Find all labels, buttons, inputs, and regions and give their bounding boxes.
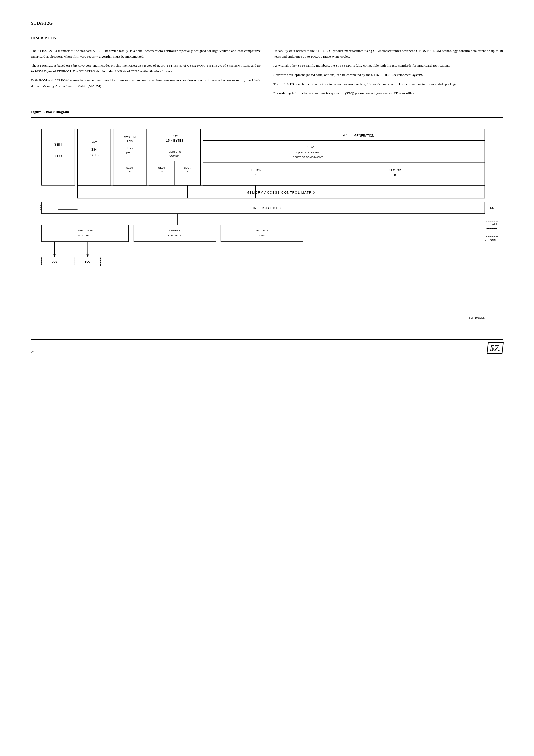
svg-text:MEMORY  ACCESS  CONTROL  MATRI: MEMORY ACCESS CONTROL MATRIX [246, 191, 316, 194]
svg-text:CC: CC [494, 223, 497, 225]
svg-text:ROM: ROM [172, 134, 178, 137]
svg-text:LOGIC: LOGIC [258, 234, 266, 236]
svg-text:SERIAL I/O's: SERIAL I/O's [78, 229, 93, 232]
svg-text:SECT.: SECT. [158, 166, 166, 169]
svg-marker-82 [53, 255, 56, 257]
svg-text:V: V [343, 134, 345, 137]
svg-text:INTERFACE: INTERFACE [78, 234, 93, 236]
svg-text:SECT.: SECT. [126, 166, 134, 169]
svg-text:384: 384 [91, 148, 97, 151]
svg-text:B: B [187, 170, 188, 173]
svg-text:B: B [394, 173, 396, 176]
desc-p1: The ST16ST2G, a member of the standard S… [31, 48, 260, 59]
desc-p7: The ST16ST2G can be delivered either in … [274, 81, 503, 87]
svg-text:A: A [254, 173, 257, 176]
svg-text:NUMBER: NUMBER [169, 229, 180, 232]
description-label: DESCRIPTION [31, 36, 503, 40]
desc-p3: Both ROM and EEPROM memories can be conf… [31, 78, 260, 89]
desc-p5: As with all other ST16 family members, t… [274, 63, 503, 68]
svg-rect-68 [41, 225, 129, 241]
svg-text:GENERATION: GENERATION [354, 134, 375, 137]
svg-text:INTERNAL BUS: INTERNAL BUS [253, 206, 281, 210]
svg-text:15 K BYTES: 15 K BYTES [166, 139, 183, 143]
svg-text:SECT.: SECT. [184, 166, 191, 169]
desc-p2: The ST16ST2G is based on 8 bit CPU core … [31, 63, 260, 74]
svg-text:Up to 16352 BYTES: Up to 16352 BYTES [297, 151, 320, 154]
page-title: ST16ST2G [31, 21, 503, 28]
block-diagram-svg: 8 BIT CPU RAM 384 BYTES SYSTEM ROM 1.5 K… [37, 124, 497, 324]
page-footer: 2/2 57. [31, 339, 503, 354]
svg-text:SECTORS: SECTORS [169, 150, 181, 153]
svg-text:GND: GND [490, 239, 496, 242]
svg-text:RST: RST [490, 206, 496, 209]
svg-text:S: S [129, 170, 131, 173]
svg-text:I/O2: I/O2 [85, 260, 91, 263]
desc-p8: For ordering information and request for… [274, 91, 503, 96]
svg-rect-74 [221, 225, 303, 241]
svg-marker-84 [86, 255, 89, 257]
svg-text:ROM: ROM [127, 140, 133, 143]
svg-text:EEPROM: EEPROM [302, 146, 314, 149]
svg-text:SECTOR: SECTOR [389, 169, 401, 172]
block-diagram-container: 8 BIT CPU RAM 384 BYTES SYSTEM ROM 1.5 K… [31, 117, 503, 329]
st-logo: 57. [487, 342, 503, 354]
figure-label: Figure 1. Block Diagram [31, 110, 503, 114]
svg-text:I/O1: I/O1 [52, 260, 57, 263]
svg-text:SECTORS COMBINATIVE: SECTORS COMBINATIVE [293, 155, 323, 158]
desc-p4: Reliability data related to the ST16ST2G… [274, 48, 503, 59]
description-col2: Reliability data related to the ST16ST2G… [274, 48, 503, 100]
svg-text:A: A [161, 170, 163, 173]
svg-text:8 BIT: 8 BIT [54, 143, 62, 146]
desc-p6: Software development (ROM code, options)… [274, 72, 503, 78]
svg-text:SECURITY: SECURITY [255, 229, 268, 232]
svg-text:BYTES: BYTES [90, 153, 99, 156]
svg-rect-71 [134, 225, 216, 241]
svg-text:SECTOR: SECTOR [250, 169, 261, 172]
svg-rect-52 [37, 205, 40, 211]
svg-text:CPU: CPU [55, 154, 62, 158]
svg-text:PP: PP [346, 133, 349, 135]
description-columns: The ST16ST2G, a member of the standard S… [31, 48, 503, 100]
figure-section: Figure 1. Block Diagram 8 BIT CPU RAM 38… [31, 110, 503, 329]
svg-text:1.5 K: 1.5 K [126, 147, 134, 150]
svg-text:COMBIN.: COMBIN. [169, 154, 180, 157]
svg-text:SYSTEM: SYSTEM [124, 135, 136, 138]
svg-text:SCP 102b/DS: SCP 102b/DS [469, 316, 485, 319]
svg-text:V: V [492, 223, 494, 227]
page-number: 2/2 [31, 350, 36, 354]
svg-text:RAM: RAM [91, 140, 97, 144]
svg-rect-3 [78, 129, 111, 185]
svg-text:GENERATOR: GENERATOR [167, 234, 183, 236]
description-col1: The ST16ST2G, a member of the standard S… [31, 48, 260, 100]
svg-text:BYTE: BYTE [126, 151, 134, 155]
